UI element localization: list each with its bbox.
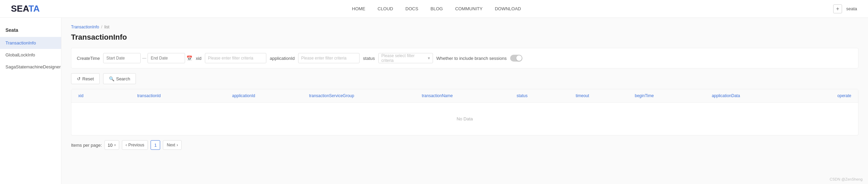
- xid-label: xid: [196, 56, 201, 61]
- main-content: TransactionInfo / list TransactionInfo C…: [61, 18, 868, 184]
- page-size-select[interactable]: 10 ▾: [104, 140, 119, 150]
- search-button[interactable]: 🔍 Search: [103, 73, 136, 84]
- col-begin-time: beginTime: [632, 89, 709, 102]
- next-button[interactable]: Next ›: [163, 140, 182, 150]
- next-chevron-icon: ›: [177, 143, 178, 147]
- nav-link-blog[interactable]: BLOG: [431, 6, 443, 11]
- col-status: status: [514, 89, 573, 102]
- col-timeout: timeout: [573, 89, 632, 102]
- status-label: status: [363, 56, 375, 61]
- toggle-knob: [516, 55, 522, 61]
- nav-link-home[interactable]: HOME: [352, 6, 365, 11]
- xid-input[interactable]: [205, 53, 266, 63]
- nav-link-community[interactable]: COMMUNITY: [455, 6, 482, 11]
- branch-sessions-toggle[interactable]: [510, 55, 522, 62]
- action-row: ↺ Reset 🔍 Search: [71, 73, 858, 84]
- end-date-input[interactable]: [148, 53, 185, 63]
- page-size-chevron-icon: ▾: [114, 143, 116, 147]
- col-transaction-id: transactionId: [135, 89, 229, 102]
- nav-links: HOMECLOUDDOCSBLOGCOMMUNITYDOWNLOAD: [352, 6, 521, 11]
- sidebar-item-transaction-info[interactable]: TransactionInfo: [0, 37, 61, 49]
- sidebar-app-name: Seata: [0, 23, 61, 37]
- breadcrumb-separator: /: [101, 25, 102, 29]
- col-application-id: applicationId: [229, 89, 306, 102]
- date-range: — 📅: [103, 53, 192, 63]
- col-xid: xid: [75, 89, 135, 102]
- status-select[interactable]: Please select filter criteria ▾: [378, 53, 433, 63]
- nav-link-docs[interactable]: DOCS: [405, 6, 418, 11]
- reset-label: Reset: [82, 76, 94, 81]
- logo: SEATA: [11, 3, 40, 14]
- chevron-down-icon: ▾: [428, 56, 430, 61]
- current-page[interactable]: 1: [151, 140, 160, 150]
- previous-button[interactable]: ‹ Previous: [122, 140, 148, 150]
- data-table: xid transactionId applicationId transact…: [71, 89, 858, 135]
- next-label: Next: [167, 143, 175, 147]
- previous-label: Previous: [128, 143, 144, 147]
- plus-button[interactable]: +: [833, 4, 842, 13]
- breadcrumb-current: list: [104, 25, 110, 29]
- sidebar: Seata TransactionInfo GlobalLockInfo Sag…: [0, 18, 61, 184]
- nav-right: + seata: [833, 4, 857, 13]
- page-title: TransactionInfo: [71, 33, 858, 42]
- application-id-input[interactable]: [298, 53, 360, 63]
- search-icon: 🔍: [109, 76, 114, 81]
- date-separator: —: [142, 56, 146, 61]
- sidebar-item-saga-state-machine[interactable]: SagaStatemachineDesigner: [0, 61, 61, 73]
- prev-chevron-icon: ‹: [126, 143, 127, 147]
- top-nav: SEATA HOMECLOUDDOCSBLOGCOMMUNITYDOWNLOAD…: [0, 0, 868, 18]
- pagination-row: Items per page: 10 ▾ ‹ Previous 1 Next ›: [71, 140, 858, 150]
- create-time-label: CreateTime: [77, 56, 100, 61]
- layout: Seata TransactionInfo GlobalLockInfo Sag…: [0, 18, 868, 184]
- status-select-placeholder: Please select filter criteria: [381, 53, 428, 63]
- col-transaction-name: transactionName: [419, 89, 514, 102]
- reset-button[interactable]: ↺ Reset: [71, 73, 100, 84]
- col-operate: operate: [804, 89, 854, 102]
- breadcrumb-parent[interactable]: TransactionInfo: [71, 25, 99, 29]
- reset-icon: ↺: [77, 76, 81, 81]
- nav-link-cloud[interactable]: CLOUD: [378, 6, 393, 11]
- table-header: xid transactionId applicationId transact…: [71, 89, 858, 103]
- application-id-label: applicationId: [270, 56, 295, 61]
- branch-sessions-label: Whether to include branch sessions: [436, 56, 507, 61]
- filter-row: CreateTime — 📅 xid applicationId status …: [71, 48, 858, 68]
- footer-note: CSDN @ZenSheng: [830, 177, 863, 181]
- nav-user: seata: [846, 6, 857, 11]
- calendar-icon[interactable]: 📅: [186, 55, 192, 61]
- sidebar-item-global-lock-info[interactable]: GlobalLockInfo: [0, 49, 61, 61]
- start-date-input[interactable]: [103, 53, 141, 63]
- search-label: Search: [116, 76, 130, 81]
- logo-ta: TA: [29, 3, 40, 14]
- nav-link-download[interactable]: DOWNLOAD: [495, 6, 521, 11]
- page-size-value: 10: [108, 143, 112, 148]
- table-empty-message: No Data: [71, 103, 858, 135]
- logo-sea: SEA: [11, 3, 29, 14]
- col-application-data: applicationData: [709, 89, 804, 102]
- items-per-page-label: Items per page:: [71, 143, 102, 148]
- breadcrumb: TransactionInfo / list: [71, 25, 858, 29]
- col-service-group: transactionServiceGroup: [306, 89, 419, 102]
